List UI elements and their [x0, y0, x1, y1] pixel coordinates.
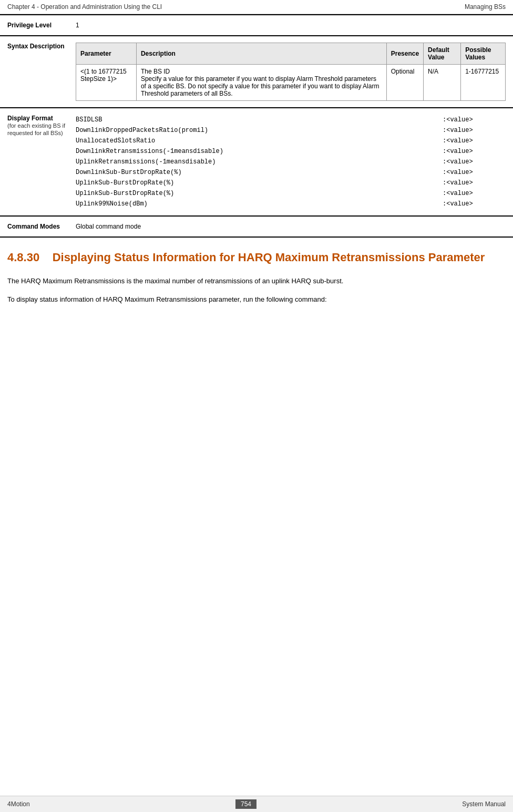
page-content: Privilege Level 1 Syntax Description Par… — [0, 14, 513, 320]
format-key: Uplink99%Noise(dBm) — [76, 200, 443, 208]
col-parameter: Parameter — [76, 43, 137, 65]
body-paragraph-2: To display status information of HARQ Ma… — [0, 290, 513, 309]
format-value: :<value> — [443, 158, 506, 166]
format-row: BSIDLSB:<value> — [76, 115, 506, 125]
command-modes-label: Command Modes — [7, 223, 76, 230]
col-presence: Presence — [386, 43, 423, 65]
page-header: Chapter 4 - Operation and Administration… — [0, 0, 513, 14]
format-key: DownlinkRetransmissions(-1meansdisable) — [76, 148, 443, 155]
command-modes-value: Global command mode — [76, 223, 506, 230]
section-number-and-title: 4.8.30 Displaying Status Information for… — [7, 251, 485, 264]
syntax-description-label: Syntax Description — [7, 43, 76, 101]
col-description: Description — [136, 43, 386, 65]
display-format-content: BSIDLSB:<value>DownlinkDroppedPacketsRat… — [76, 115, 506, 209]
section-number: 4.8.30 — [7, 251, 39, 264]
syntax-description-content: Parameter Description Presence Default V… — [76, 43, 506, 101]
footer-left: 4Motion — [7, 800, 30, 808]
cell-description: The BS IDSpecify a value for this parame… — [136, 65, 386, 101]
table-row: <(1 to 16777215 StepSize 1)>The BS IDSpe… — [76, 65, 506, 101]
display-format-sublabel: (for each existing BS if requested for a… — [7, 122, 65, 136]
format-value: :<value> — [443, 137, 506, 145]
display-format-label: Display Format (for each existing BS if … — [7, 115, 76, 209]
cell-parameter: <(1 to 16777215 StepSize 1)> — [76, 65, 137, 101]
format-value: :<value> — [443, 190, 506, 197]
format-value: :<value> — [443, 116, 506, 124]
format-row: Uplink99%Noise(dBm):<value> — [76, 199, 506, 209]
section-heading-block: 4.8.30 Displaying Status Information for… — [0, 237, 513, 272]
format-value: :<value> — [443, 179, 506, 187]
body-paragraph-1: The HARQ Maximum Retransmissions is the … — [0, 272, 513, 291]
col-default-value: Default Value — [424, 43, 461, 65]
cell-possible-values: 1-16777215 — [461, 65, 506, 101]
col-possible-values: Possible Values — [461, 43, 506, 65]
format-value: :<value> — [443, 127, 506, 134]
format-key: UplinkRetransmissions(-1meansdisable) — [76, 158, 443, 166]
syntax-table: Parameter Description Presence Default V… — [76, 43, 506, 101]
format-key: UplinkSub-BurstDropRate(%) — [76, 179, 443, 187]
footer-page-number: 754 — [235, 799, 256, 809]
section-title-line: 4.8.30 Displaying Status Information for… — [7, 250, 506, 265]
format-key: BSIDLSB — [76, 116, 443, 124]
format-row: UplinkSub-BurstDropRate(%):<value> — [76, 188, 506, 199]
format-key: DownlinkDroppedPacketsRatio(promil) — [76, 127, 443, 134]
page-footer: 4Motion 754 System Manual — [0, 796, 513, 812]
privilege-level-section: Privilege Level 1 — [0, 14, 513, 35]
format-row: DownlinkDroppedPacketsRatio(promil):<val… — [76, 125, 506, 136]
privilege-level-value: 1 — [76, 22, 506, 29]
cell-presence: Optional — [386, 65, 423, 101]
header-right: Managing BSs — [465, 3, 506, 11]
format-key: DownlinkSub-BurstDropRate(%) — [76, 169, 443, 176]
format-key: UplinkSub-BurstDropRate(%) — [76, 190, 443, 197]
cell-default-value: N/A — [424, 65, 461, 101]
format-row: UplinkSub-BurstDropRate(%):<value> — [76, 178, 506, 188]
section-title-text: Displaying Status Information for HARQ M… — [53, 251, 485, 264]
display-format-section: Display Format (for each existing BS if … — [0, 107, 513, 215]
command-modes-section: Command Modes Global command mode — [0, 215, 513, 237]
format-value: :<value> — [443, 200, 506, 208]
privilege-level-label: Privilege Level — [7, 22, 76, 29]
format-row: DownlinkSub-BurstDropRate(%):<value> — [76, 167, 506, 178]
format-value: :<value> — [443, 148, 506, 155]
format-row: DownlinkRetransmissions(-1meansdisable):… — [76, 146, 506, 157]
format-value: :<value> — [443, 169, 506, 176]
footer-right: System Manual — [462, 800, 506, 808]
syntax-description-section: Syntax Description Parameter Description… — [0, 35, 513, 107]
table-header-row: Parameter Description Presence Default V… — [76, 43, 506, 65]
header-left: Chapter 4 - Operation and Administration… — [7, 3, 162, 11]
format-row: UplinkRetransmissions(-1meansdisable):<v… — [76, 157, 506, 167]
format-key: UnallocatedSlotsRatio — [76, 137, 443, 145]
format-row: UnallocatedSlotsRatio:<value> — [76, 136, 506, 146]
display-format-label-text: Display Format — [7, 115, 53, 122]
